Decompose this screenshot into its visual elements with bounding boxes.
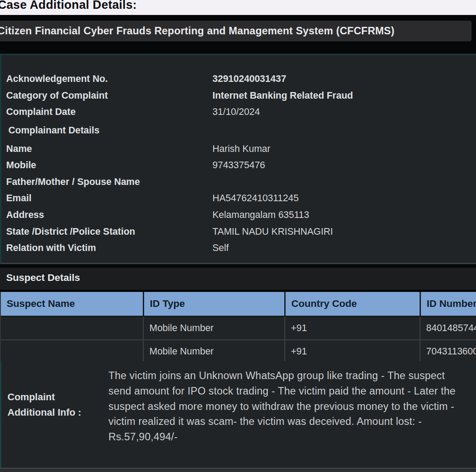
table-row: Mobile Number +91 8401485744 [1,316,476,339]
column-header-id-type: ID Type [143,292,284,316]
page-title: Case Additional Details: [0,0,137,12]
complaint-text-line: Rs.57,90,494/- [108,429,456,445]
field-label: State /District /Police Station [1,226,212,237]
section-heading-complainant-details: Complainant Details [1,122,476,139]
cell-id-type: Mobile Number [143,340,284,363]
field-row-state-district-police: State /District /Police Station TAMIL NA… [1,223,476,240]
cell-id-number: 7043113600 [420,340,476,363]
field-label: Name [1,144,212,155]
complaint-additional-info-label: Complaint Additional Info : [7,389,81,420]
field-label: Relation with Victim [1,243,212,254]
system-header-title: Citizen Financial Cyber Frauds Reporting… [0,21,394,41]
field-row-relation-with-victim: Relation with Victim Self [1,240,476,257]
field-row-name: Name Harish Kumar [1,140,476,157]
column-header-id-number: ID Number [420,292,476,316]
field-row-mobile: Mobile 9743375476 [1,157,476,174]
cell-id-type: Mobile Number [143,317,284,339]
column-header-suspect-name: Suspect Name [1,292,143,316]
top-title-bar: Case Additional Details: [0,0,476,15]
complaint-label-line2: Additional Info : [7,405,81,420]
field-row-address: Address Kelamangalam 635113 [1,207,476,224]
field-value: HA54762410311245 [212,193,299,204]
field-value: 9743375476 [212,160,265,171]
bottom-divider-strip [0,468,476,472]
suspect-details-heading: Suspect Details [6,268,80,288]
field-value: 31/10/2024 [212,107,260,118]
cell-suspect-name [1,317,143,339]
cell-suspect-name [1,340,143,363]
cell-country-code: +91 [284,340,420,363]
field-label: Category of Complaint [1,90,212,101]
cell-country-code: +91 [284,317,420,339]
complaint-additional-info-text: The victim joins an Unknown WhatsApp gro… [108,368,456,445]
field-value: Kelamangalam 635113 [212,210,309,221]
field-value: Harish Kumar [212,144,270,155]
complaint-text-line: victim realized it was scam- the victim … [108,414,456,429]
table-row: Mobile Number +91 7043113600 [1,339,476,364]
field-row-acknowledgement-no: Acknowledgement No. 32910240031437 [1,71,476,88]
field-value: 32910240031437 [212,74,286,85]
complaint-summary-panel: Acknowledgement No. 32910240031437 Categ… [0,54,476,264]
column-header-country-code: Country Code [284,292,420,316]
cell-id-number: 8401485744 [420,317,476,339]
complaint-text-line: send amount for IPO stock trading - The … [108,384,456,399]
field-label: Address [1,210,212,221]
field-value: Internet Banking Related Fraud [212,90,353,101]
field-value: TAMIL NADU KRISHNAGIRI [212,226,333,237]
field-label: Mobile [1,160,212,171]
complaint-text-line: suspect asked more money to withdraw the… [108,399,456,414]
complaint-additional-info-box: Complaint Additional Info : The victim j… [0,361,476,468]
system-header-bar: Citizen Financial Cyber Frauds Reporting… [0,21,472,41]
suspect-table: Suspect Name ID Type Country Code ID Num… [0,292,476,364]
field-label: Father/Mother / Spouse Name [1,177,212,188]
complaint-text-line: The victim joins an Unknown WhatsApp gro… [108,368,456,384]
field-label: Complaint Date [1,107,212,118]
field-row-category: Category of Complaint Internet Banking R… [1,88,476,104]
suspect-table-header-row: Suspect Name ID Type Country Code ID Num… [1,292,476,316]
section-heading-label: Complainant Details [1,125,215,136]
field-row-email: Email HA54762410311245 [1,190,476,207]
field-label: Acknowledgement No. [1,74,212,85]
complaint-label-line1: Complaint [7,389,81,405]
field-label: Email [1,193,212,204]
field-row-complaint-date: Complaint Date 31/10/2024 [1,104,476,121]
suspect-details-heading-bar: Suspect Details [0,268,476,290]
field-row-father-mother-spouse: Father/Mother / Spouse Name [1,174,476,191]
field-value: Self [212,243,229,254]
